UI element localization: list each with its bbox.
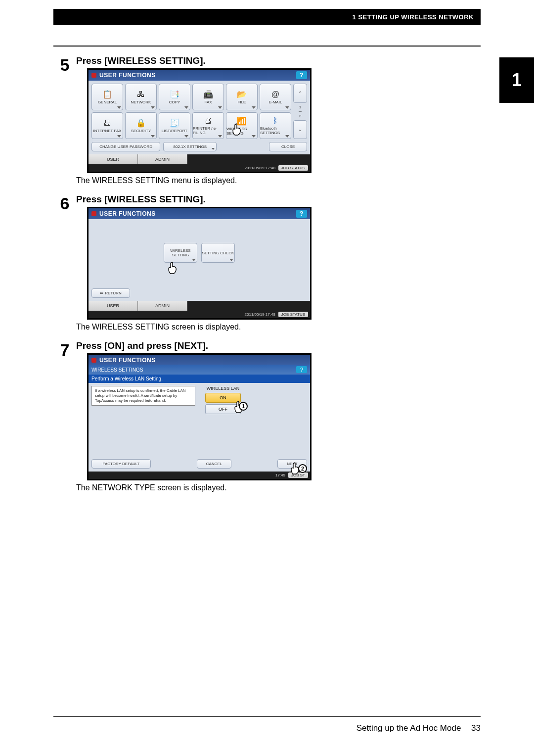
step-6: 6 Press [WIRELESS SETTING]. USER FUNCTIO…: [53, 194, 481, 337]
8021x-settings-button[interactable]: 802.1X SETTINGS: [163, 142, 217, 151]
tab-user[interactable]: USER: [89, 301, 138, 311]
screenshot-wireless-menu: USER FUNCTIONS ? WIRELESS SETTING SETTIN…: [87, 207, 312, 320]
lock-icon: 🔒: [136, 118, 146, 128]
step-title: Press [ON] and press [NEXT].: [76, 340, 481, 351]
step-number: 5: [53, 55, 76, 191]
instruction-strip: Perform a Wireless LAN Setting.: [89, 375, 310, 383]
email-button[interactable]: @E-MAIL: [260, 84, 291, 110]
step-title: Press [WIRELESS SETTING].: [76, 194, 481, 205]
scroll-up-button[interactable]: ⌃: [293, 84, 307, 103]
step-result: The WIRELESS SETTING screen is displayed…: [76, 323, 481, 331]
step-result: The NETWORK TYPE screen is displayed.: [76, 483, 481, 492]
page-footer: Setting up the Ad Hoc Mode 33: [53, 723, 481, 733]
press-cursor-icon: [231, 123, 242, 134]
list-report-button[interactable]: 🧾LIST/REPORT: [159, 112, 190, 139]
footer-section: Setting up the Ad Hoc Mode: [356, 723, 461, 733]
tab-bar: USER ADMIN: [89, 154, 310, 164]
step-number: 7: [53, 340, 76, 498]
tab-admin[interactable]: ADMIN: [138, 301, 187, 311]
app-icon: [91, 211, 96, 216]
setting-check-button[interactable]: SETTING CHECK: [201, 243, 235, 263]
scroll-down-button[interactable]: ⌄: [293, 120, 307, 140]
cancel-button[interactable]: CANCEL: [197, 459, 231, 469]
report-icon: 🧾: [170, 118, 179, 128]
step-title: Press [WIRELESS SETTING].: [76, 55, 481, 66]
step-5: 5 Press [WIRELESS SETTING]. USER FUNCTIO…: [53, 55, 481, 191]
timestamp: 17:49: [275, 473, 285, 477]
wireless-setting-button[interactable]: WIRELESS SETTING: [164, 243, 197, 263]
callout-1: 1: [239, 402, 248, 411]
ifax-icon: 🖷: [103, 119, 111, 128]
general-button[interactable]: 📋GENERAL: [91, 84, 123, 110]
bluetooth-icon: ᛒ: [273, 116, 278, 125]
timestamp: 2011/05/19 17:48: [245, 166, 275, 170]
sub-header: WIRELESS SETTINGS ?: [89, 365, 310, 375]
status-bar: 2011/05/19 17:48 JOB STATUS: [89, 164, 310, 172]
return-button[interactable]: ⬅ RETURN: [91, 288, 130, 298]
timestamp: 2011/05/19 17:48: [245, 312, 275, 317]
step-result: The WIRELESS SETTING menu is displayed.: [76, 176, 481, 185]
app-icon: [91, 358, 96, 363]
screenshot-wlan-setting: USER FUNCTIONS ? WIRELESS SETTINGS ? Per…: [87, 353, 312, 480]
window-title: USER FUNCTIONS: [99, 357, 156, 364]
content-area: 5 Press [WIRELESS SETTING]. USER FUNCTIO…: [53, 46, 481, 501]
copy-button[interactable]: 📑COPY: [159, 84, 190, 110]
callout-2: 2: [298, 464, 307, 473]
header-breadcrumb: 1 SETTING UP WIRELESS NETWORK: [353, 13, 474, 21]
bottom-rule: [53, 716, 481, 717]
clipboard-icon: 📋: [102, 90, 112, 99]
page-header: 1 SETTING UP WIRELESS NETWORK: [53, 9, 481, 25]
close-button[interactable]: CLOSE: [269, 142, 307, 151]
status-bar: 17:49 JOB ST: [89, 472, 310, 479]
app-icon: [91, 73, 96, 78]
job-status-button[interactable]: JOB STATUS: [278, 312, 308, 317]
press-cursor-icon: [167, 262, 178, 273]
network-button[interactable]: 🖧NETWORK: [125, 84, 157, 110]
printer-icon: 🖨: [204, 116, 212, 125]
page-indicator: 1─2: [293, 105, 307, 118]
tab-bar: USER ADMIN: [89, 301, 310, 311]
help-icon[interactable]: ?: [296, 71, 307, 79]
page-number: 33: [471, 723, 481, 733]
help-icon[interactable]: ?: [296, 210, 307, 218]
help-icon[interactable]: ?: [296, 366, 307, 373]
network-icon: 🖧: [137, 90, 145, 99]
file-button[interactable]: 📂FILE: [226, 84, 258, 110]
top-rule: [53, 46, 481, 47]
factory-default-button[interactable]: FACTORY DEFAULT: [91, 459, 151, 469]
step-7: 7 Press [ON] and press [NEXT]. USER FUNC…: [53, 340, 481, 498]
security-button[interactable]: 🔒SECURITY: [125, 112, 157, 139]
window-title: USER FUNCTIONS: [99, 210, 156, 217]
tab-admin[interactable]: ADMIN: [138, 154, 187, 164]
internet-fax-button[interactable]: 🖷INTERNET FAX: [91, 112, 123, 139]
fax-button[interactable]: 📠FAX: [192, 84, 224, 110]
at-icon: @: [271, 90, 279, 99]
note-box: If a wireless LAN setup is confirmed, th…: [91, 386, 195, 406]
wlan-label: WIRELESS LAN: [205, 386, 241, 391]
tab-user[interactable]: USER: [89, 154, 138, 164]
change-user-password-button[interactable]: CHANGE USER PASSWORD: [91, 142, 160, 151]
window-titlebar: USER FUNCTIONS ?: [89, 208, 310, 219]
window-titlebar: USER FUNCTIONS ?: [89, 70, 310, 81]
folder-icon: 📂: [237, 90, 247, 99]
status-bar: 2011/05/19 17:48 JOB STATUS: [89, 311, 310, 318]
step-number: 6: [53, 194, 76, 337]
window-title: USER FUNCTIONS: [99, 72, 156, 79]
chapter-tab: 1: [499, 57, 534, 103]
printer-efiling-button[interactable]: 🖨PRINTER / e-FILING: [192, 112, 224, 139]
copy-icon: 📑: [170, 90, 179, 99]
job-status-button[interactable]: JOB STATUS: [278, 165, 308, 171]
bluetooth-settings-button[interactable]: ᛒBluetooth SETTINGS: [260, 112, 291, 139]
fax-icon: 📠: [203, 90, 213, 99]
screenshot-user-functions-grid: USER FUNCTIONS ? 📋GENERAL 🖧NETWORK 📑COPY…: [87, 68, 312, 173]
window-titlebar: USER FUNCTIONS ?: [89, 355, 310, 365]
